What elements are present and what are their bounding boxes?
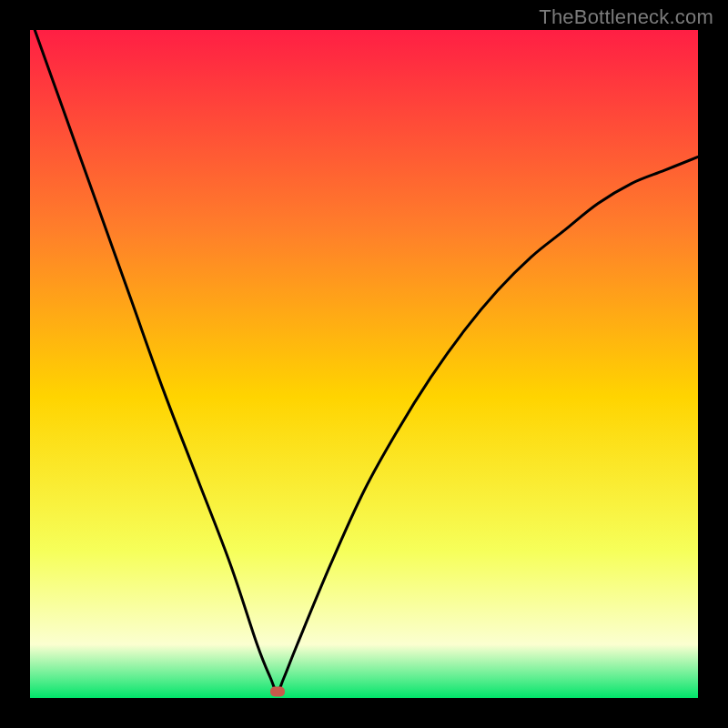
bottleneck-curve [30,30,698,698]
chart-frame: TheBottleneck.com [0,0,728,728]
watermark-text: TheBottleneck.com [539,5,713,29]
optimum-marker [270,686,285,696]
plot-area [30,30,698,698]
